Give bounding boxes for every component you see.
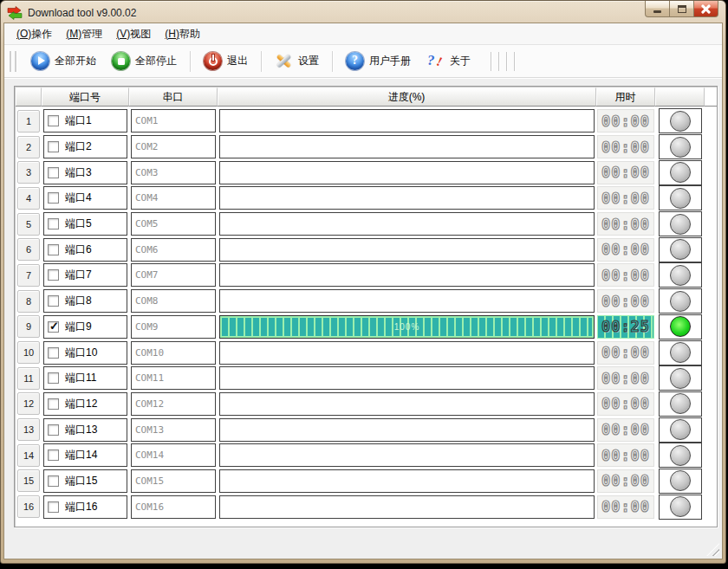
com-port-field[interactable]: COM2: [131, 135, 216, 158]
checkbox-icon[interactable]: [48, 295, 59, 307]
status-led-box: [659, 262, 702, 288]
client-area: 端口号 串口 进度(%) 用时 1 端口1 COM1: [4, 77, 722, 559]
checkbox-icon[interactable]: [48, 115, 59, 126]
row-number: 2: [17, 136, 40, 158]
toolbar-button[interactable]: 关于: [419, 48, 478, 74]
port-checkbox[interactable]: 端口6: [43, 238, 127, 262]
com-port-field[interactable]: COM12: [131, 392, 216, 416]
window-controls: [646, 1, 718, 17]
port-checkbox[interactable]: 端口7: [43, 263, 127, 287]
com-port-field[interactable]: COM15: [131, 469, 216, 493]
port-checkbox[interactable]: 端口10: [43, 341, 127, 365]
toolbar-button-label: 全部开始: [55, 54, 96, 68]
header-progress[interactable]: 进度(%): [218, 87, 596, 107]
port-checkbox[interactable]: 端口8: [43, 289, 127, 313]
com-port-field[interactable]: COM3: [131, 161, 216, 184]
checkbox-icon[interactable]: [48, 192, 59, 204]
progress-bar: [219, 366, 595, 390]
toolbar-button[interactable]: 全部开始: [23, 48, 104, 74]
menu-hotkey: (O): [16, 28, 31, 40]
minimize-button[interactable]: [645, 1, 670, 17]
close-button[interactable]: [693, 1, 718, 17]
header-port[interactable]: 端口号: [42, 87, 129, 107]
com-port-field[interactable]: COM1: [131, 109, 216, 133]
port-checkbox[interactable]: 端口3: [43, 161, 127, 184]
checkbox-icon[interactable]: [48, 424, 59, 436]
port-checkbox[interactable]: 端口9: [43, 315, 127, 339]
maximize-button[interactable]: [669, 1, 694, 17]
port-checkbox[interactable]: 端口15: [43, 469, 127, 493]
menu-item[interactable]: (O)操作: [10, 24, 59, 44]
toolbar-button[interactable]: 设置: [267, 48, 327, 74]
progress-bar: [219, 263, 595, 287]
menu-item[interactable]: (M)管理: [59, 24, 109, 44]
com-port-field[interactable]: COM13: [131, 418, 216, 442]
header-blank-right: [655, 87, 705, 107]
checkbox-icon[interactable]: [48, 141, 59, 152]
table-row: 8 端口8 COM8 00:00: [16, 288, 717, 314]
com-port-field[interactable]: COM4: [131, 186, 216, 210]
status-led: [670, 496, 691, 517]
checkbox-icon[interactable]: [48, 501, 59, 513]
checkbox-icon[interactable]: [48, 321, 59, 333]
status-led: [670, 111, 691, 132]
menu-item[interactable]: (H)帮助: [158, 24, 207, 44]
checkbox-icon[interactable]: [48, 347, 59, 359]
row-number: 13: [17, 418, 40, 441]
progress-bar: [219, 161, 595, 184]
port-checkbox[interactable]: 端口16: [43, 495, 127, 519]
menu-item[interactable]: (V)视图: [109, 24, 158, 44]
toolbar: 全部开始全部停止退出设置用户手册关于: [4, 45, 722, 78]
port-checkbox[interactable]: 端口11: [43, 366, 127, 390]
checkbox-icon[interactable]: [48, 218, 59, 230]
row-number: 9: [17, 315, 40, 338]
table-row: 2 端口2 COM2 00:00: [16, 134, 717, 160]
user-manual-icon: [346, 52, 364, 70]
port-checkbox[interactable]: 端口13: [43, 418, 127, 442]
table-row: 14 端口14 COM14 00:00: [16, 443, 717, 469]
com-port-field[interactable]: COM9: [131, 315, 216, 339]
status-led-box: [659, 417, 702, 443]
checkbox-icon[interactable]: [48, 449, 59, 461]
com-port-field[interactable]: COM8: [131, 289, 216, 313]
toolbar-grip[interactable]: [10, 51, 17, 72]
com-port-field[interactable]: COM7: [131, 263, 216, 287]
com-port-field[interactable]: COM11: [131, 366, 216, 390]
com-port-field[interactable]: COM14: [131, 443, 216, 467]
resize-grip[interactable]: [706, 543, 719, 556]
port-checkbox[interactable]: 端口2: [43, 135, 127, 158]
table-header: 端口号 串口 进度(%) 用时: [16, 87, 717, 107]
table-row: 7 端口7 COM7 00:00: [16, 262, 717, 288]
checkbox-icon[interactable]: [48, 372, 59, 384]
port-checkbox[interactable]: 端口14: [43, 443, 127, 467]
status-led-box: [659, 340, 702, 365]
checkbox-icon[interactable]: [48, 398, 59, 410]
com-port-field[interactable]: COM6: [131, 238, 216, 262]
com-port-field[interactable]: COM16: [131, 495, 216, 519]
port-label: 端口8: [65, 294, 92, 308]
header-com[interactable]: 串口: [129, 87, 218, 107]
port-checkbox[interactable]: 端口1: [43, 109, 127, 133]
com-port-field[interactable]: COM10: [131, 341, 216, 365]
checkbox-icon[interactable]: [48, 167, 59, 178]
toolbar-button[interactable]: 用户手册: [338, 48, 419, 74]
maximize-icon: [678, 5, 686, 13]
toolbar-button[interactable]: 全部停止: [104, 48, 185, 74]
port-label: 端口3: [65, 165, 92, 180]
checkbox-icon[interactable]: [48, 269, 59, 281]
checkbox-icon[interactable]: [48, 244, 59, 255]
menu-label: 操作: [31, 28, 52, 40]
toolbar-button[interactable]: 退出: [196, 48, 256, 74]
port-checkbox[interactable]: 端口5: [43, 212, 127, 236]
table-row: 16 端口16 COM16 00:00: [16, 494, 717, 520]
port-checkbox[interactable]: 端口12: [43, 392, 127, 416]
checkbox-icon[interactable]: [48, 475, 59, 487]
com-port-field[interactable]: COM5: [131, 212, 216, 236]
header-time[interactable]: 用时: [596, 87, 655, 107]
toolbar-button-label: 退出: [227, 54, 248, 68]
port-checkbox[interactable]: 端口4: [43, 186, 127, 210]
status-led-box: [659, 365, 702, 391]
status-led-box: [659, 443, 702, 468]
toolbar-separator-line: [491, 52, 491, 71]
table-row: 1 端口1 COM1 00:00: [16, 108, 717, 134]
